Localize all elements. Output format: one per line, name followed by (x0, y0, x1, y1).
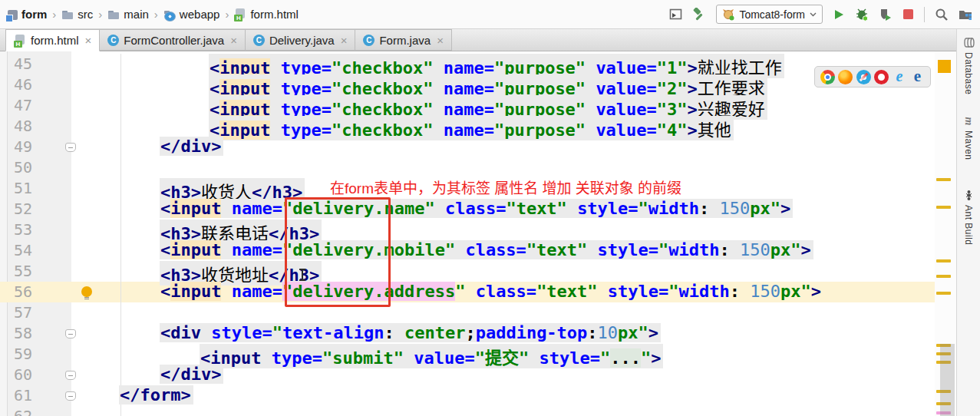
close-icon[interactable]: × (435, 34, 444, 47)
breadcrumb-separator: › (51, 8, 58, 21)
code-line[interactable]: <h3>收货人</h3> (160, 178, 305, 199)
code-line[interactable]: <input type="checkbox" name="purpose" va… (209, 54, 784, 74)
build-hammer-icon[interactable] (692, 8, 706, 21)
tab-label: Form.java (379, 34, 431, 47)
breadcrumb-item-form[interactable]: form (8, 8, 47, 21)
run-with-coverage-button[interactable] (879, 8, 893, 21)
ie-icon[interactable] (892, 70, 906, 84)
tab-form.html[interactable]: form.html× (5, 29, 100, 51)
search-everywhere-icon[interactable] (935, 8, 949, 21)
code-line[interactable]: </form> (119, 385, 193, 406)
code-line[interactable]: <input name="delivery.address" class="te… (160, 282, 823, 302)
close-icon[interactable]: × (339, 34, 348, 47)
maven-icon: m (965, 116, 973, 127)
ide-window: form›src›main›webapp›form.html Tomcat8-f… (0, 0, 980, 416)
navigation-bar: form›src›main›webapp›form.html Tomcat8-f… (0, 0, 980, 29)
code-line[interactable]: <h3>收货地址</h3> (160, 261, 322, 282)
breadcrumb-separator: › (153, 8, 160, 21)
stripe-mark[interactable] (936, 259, 951, 262)
debug-button[interactable] (855, 8, 869, 21)
tab-label: Delivery.java (269, 34, 335, 47)
code-line[interactable]: <input type="checkbox" name="purpose" va… (209, 95, 767, 116)
tool-window-label: Maven (963, 130, 974, 160)
code-line[interactable]: <input type="submit" value="提交" style=".… (200, 344, 663, 365)
tab-Delivery.java[interactable]: Delivery.java× (246, 29, 356, 51)
chevron-down-icon (810, 12, 817, 17)
firefox-icon[interactable] (838, 70, 853, 84)
tool-window-label: Ant Build (963, 205, 974, 246)
edge-icon[interactable] (910, 70, 925, 84)
run-configuration-select[interactable]: Tomcat8-form (716, 5, 823, 24)
breadcrumb: form›src›main›webapp›form.html (0, 8, 299, 21)
breadcrumb-item-src[interactable]: src (61, 8, 93, 21)
web-folder-icon (163, 8, 176, 21)
run-configuration-label: Tomcat8-form (739, 8, 805, 21)
breadcrumb-item-main[interactable]: main (107, 8, 149, 21)
right-tool-window-bar: DatabasemMavenAnt Build (956, 29, 980, 416)
breadcrumb-separator: › (97, 8, 104, 21)
tool-window-button-database[interactable]: Database (963, 37, 975, 94)
toolbar-separator (924, 7, 925, 22)
breadcrumb-item-webapp[interactable]: webapp (163, 8, 220, 21)
java-class-icon (253, 35, 265, 46)
tool-window-label: Database (963, 52, 974, 94)
annotation-text: 在form表单中，为其标签 属性名 增加 关联对象 的前缀 (330, 178, 681, 199)
code-line[interactable]: <input type="checkbox" name="purpose" va… (209, 116, 734, 137)
stripe-mark[interactable] (936, 206, 951, 209)
tab-FormController.java[interactable]: FormController.java× (100, 29, 246, 51)
code-line[interactable]: </div> (160, 365, 223, 385)
code-line[interactable]: <input name="delivery.mobile" class="tex… (160, 240, 813, 261)
code-line[interactable]: <div style="text-align: center;padding-t… (160, 323, 661, 344)
stripe-mark[interactable] (936, 275, 951, 278)
run-toolbar: Tomcat8-form (669, 5, 980, 24)
html-file-icon (234, 8, 246, 21)
editor-tab-bar: form.html×FormController.java×Delivery.j… (0, 29, 956, 51)
code-line[interactable]: <h3>联系电话</h3> (160, 220, 322, 240)
scrollbar-thumb[interactable] (940, 344, 955, 416)
browser-preview-popup (814, 66, 931, 87)
opera-icon[interactable] (874, 70, 889, 84)
java-class-icon (363, 35, 375, 46)
close-icon[interactable]: × (84, 34, 92, 47)
tab-label: form.html (31, 34, 79, 47)
stripe-mark[interactable] (936, 292, 951, 295)
chrome-icon[interactable] (820, 70, 835, 84)
project-structure-icon[interactable] (959, 8, 972, 21)
folder-icon (61, 8, 74, 21)
inspection-status-indicator[interactable] (938, 60, 951, 73)
code-line[interactable]: </div> (160, 137, 223, 157)
database-icon (963, 37, 975, 48)
html-file-icon (14, 35, 26, 47)
tab-label: FormController.java (124, 34, 224, 47)
tab-Form.java[interactable]: Form.java× (355, 29, 451, 51)
code-area[interactable]: <input type="checkbox" name="purpose" va… (0, 51, 935, 416)
code-line[interactable]: <input type="checkbox" name="purpose" va… (209, 74, 767, 95)
tool-window-button-ant-build[interactable]: Ant Build (963, 190, 975, 246)
tomcat-icon (722, 8, 734, 21)
stripe-mark[interactable] (936, 178, 951, 181)
breadcrumb-item-form.html[interactable]: form.html (234, 8, 299, 21)
breadcrumb-separator: › (223, 8, 230, 21)
folder-icon (107, 8, 120, 21)
tool-window-button-maven[interactable]: mMaven (963, 116, 974, 160)
stop-button[interactable] (902, 8, 914, 20)
error-stripe[interactable] (935, 51, 956, 416)
ant-icon (963, 190, 975, 201)
close-icon[interactable]: × (229, 34, 237, 47)
text-cursor (302, 269, 303, 280)
editor: 454647484950515253545556575859606162 <in… (0, 51, 935, 416)
safari-icon[interactable] (856, 70, 871, 84)
code-line[interactable]: <input name="delivery.name" class="text"… (160, 199, 793, 220)
java-class-icon (107, 35, 119, 46)
project-icon (8, 10, 18, 20)
run-button[interactable] (833, 8, 845, 21)
run-window-icon[interactable] (669, 8, 682, 21)
